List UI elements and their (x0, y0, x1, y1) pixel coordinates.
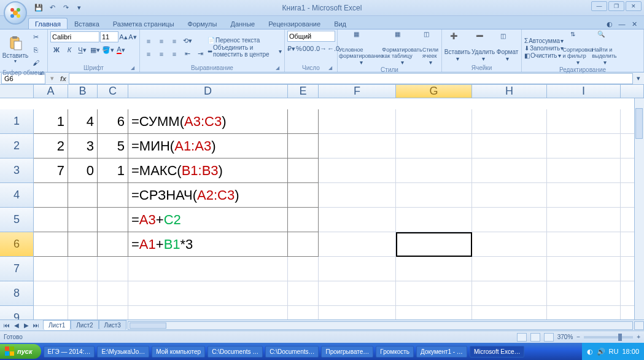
office-button[interactable] (4, 1, 27, 25)
insert-cells-button[interactable]: ➕Вставить▾ (444, 33, 470, 62)
column-header[interactable]: H (472, 85, 547, 98)
normal-view-icon[interactable] (517, 333, 527, 342)
cell[interactable] (98, 183, 128, 208)
cell[interactable]: 1 (34, 109, 68, 134)
cell[interactable] (34, 232, 68, 257)
column-header[interactable]: F (319, 85, 396, 98)
cell[interactable] (319, 281, 396, 306)
cell[interactable] (319, 257, 396, 281)
align-bottom-icon[interactable]: ≡ (168, 35, 180, 47)
vertical-scrollbar[interactable] (634, 98, 644, 319)
cell[interactable] (472, 281, 547, 306)
cell[interactable] (319, 109, 396, 134)
cell[interactable] (396, 183, 472, 208)
tab-formulas[interactable]: Формулы (181, 18, 224, 29)
zoom-in-icon[interactable]: + (637, 334, 640, 340)
autosum-button[interactable]: ΣАвтосумма▾ (524, 37, 564, 44)
cell[interactable] (98, 281, 128, 306)
cell[interactable]: =СРЗНАЧ(A2:C3) (128, 183, 288, 208)
taskbar-item[interactable]: ЕГЭ — 2014:… (44, 346, 95, 358)
row-header[interactable]: 1 (0, 109, 34, 134)
decrease-indent-icon[interactable]: ⇤ (181, 48, 193, 60)
minimize-button[interactable]: — (591, 1, 607, 11)
cell[interactable] (98, 257, 128, 281)
cell[interactable] (547, 134, 621, 158)
taskbar-item[interactable]: C:\Documents… (265, 346, 319, 358)
cell[interactable] (68, 257, 98, 281)
cell[interactable] (396, 134, 472, 158)
taskbar-item[interactable]: Проигрывате… (321, 346, 373, 358)
cell[interactable] (288, 306, 319, 319)
sheet-nav-next-icon[interactable]: ▶ (22, 322, 31, 329)
shrink-font-icon[interactable]: A▾ (128, 31, 137, 43)
cell[interactable] (128, 306, 288, 319)
cell[interactable] (68, 281, 98, 306)
cell[interactable] (547, 208, 621, 232)
taskbar-item[interactable]: Microsoft Exce… (470, 346, 525, 358)
qat-dropdown-icon[interactable]: ▾ (74, 2, 85, 14)
cell[interactable] (472, 257, 547, 281)
dialog-launcher-icon[interactable]: ◢ (327, 65, 333, 71)
cell[interactable] (547, 232, 621, 257)
cell[interactable] (68, 183, 98, 208)
cell[interactable]: 7 (34, 158, 68, 183)
currency-icon[interactable]: ₽▾ (287, 42, 295, 55)
cell[interactable]: 6 (98, 109, 128, 134)
cell[interactable] (472, 109, 547, 134)
row-header[interactable]: 4 (0, 183, 34, 208)
cell[interactable]: 2 (34, 134, 68, 158)
cell[interactable] (319, 208, 396, 232)
cell[interactable] (547, 281, 621, 306)
format-painter-icon[interactable]: 🖌 (29, 57, 42, 69)
cell[interactable] (396, 306, 472, 319)
fx-icon[interactable]: fx (58, 75, 69, 82)
sheet-tab[interactable]: Лист1 (43, 320, 71, 330)
horizontal-scrollbar[interactable] (128, 321, 633, 330)
cell[interactable] (288, 158, 319, 183)
cell[interactable] (547, 158, 621, 183)
cell[interactable] (396, 208, 472, 232)
cell[interactable] (34, 306, 68, 319)
cell[interactable] (396, 281, 472, 306)
tab-layout[interactable]: Разметка страницы (106, 18, 181, 29)
align-left-icon[interactable]: ≡ (142, 48, 155, 60)
taskbar-item[interactable]: Громкость (376, 346, 414, 358)
cell[interactable] (472, 306, 547, 319)
cell[interactable] (288, 281, 319, 306)
cell[interactable] (68, 306, 98, 319)
cell[interactable] (98, 208, 128, 232)
language-indicator[interactable]: RU (609, 348, 619, 355)
cell[interactable] (472, 158, 547, 183)
cell[interactable] (288, 257, 319, 281)
cut-icon[interactable]: ✂ (29, 31, 42, 43)
cell[interactable]: =СУММ(A3:C3) (128, 109, 288, 134)
font-color-icon[interactable]: A▾ (115, 44, 127, 56)
cell[interactable] (288, 183, 319, 208)
increase-indent-icon[interactable]: ⇥ (194, 48, 206, 60)
cell[interactable]: =МИН(A1:A3) (128, 134, 288, 158)
cell[interactable] (396, 109, 472, 134)
column-header[interactable]: C (98, 85, 128, 98)
cell[interactable] (547, 306, 621, 319)
cell[interactable] (547, 183, 621, 208)
format-table-button[interactable]: ▦Форматировать как таблицу▾ (383, 31, 421, 66)
cell[interactable] (547, 257, 621, 281)
dialog-launcher-icon[interactable]: ◢ (130, 65, 136, 71)
column-header[interactable]: G (396, 85, 472, 98)
clear-button[interactable]: ◧Очистить▾ (524, 52, 564, 59)
cell[interactable] (319, 134, 396, 158)
cell[interactable] (98, 306, 128, 319)
row-header[interactable]: 5 (0, 208, 34, 232)
wrap-text-button[interactable]: 📄Перенос текста (208, 37, 282, 44)
cell[interactable] (472, 232, 547, 257)
sheet-nav-prev-icon[interactable]: ◀ (12, 322, 21, 329)
cell[interactable] (319, 158, 396, 183)
format-cells-button[interactable]: ◫Формат▾ (496, 33, 519, 62)
find-select-button[interactable]: 🔍Найти и выделить▾ (592, 31, 618, 66)
dialog-launcher-icon[interactable]: ◢ (274, 65, 281, 71)
dialog-launcher-icon[interactable]: ◢ (37, 70, 44, 76)
font-name-input[interactable] (50, 31, 99, 42)
cell[interactable]: 5 (98, 134, 128, 158)
redo-icon[interactable]: ↷ (60, 2, 71, 14)
restore-button[interactable]: ❐ (608, 1, 624, 11)
